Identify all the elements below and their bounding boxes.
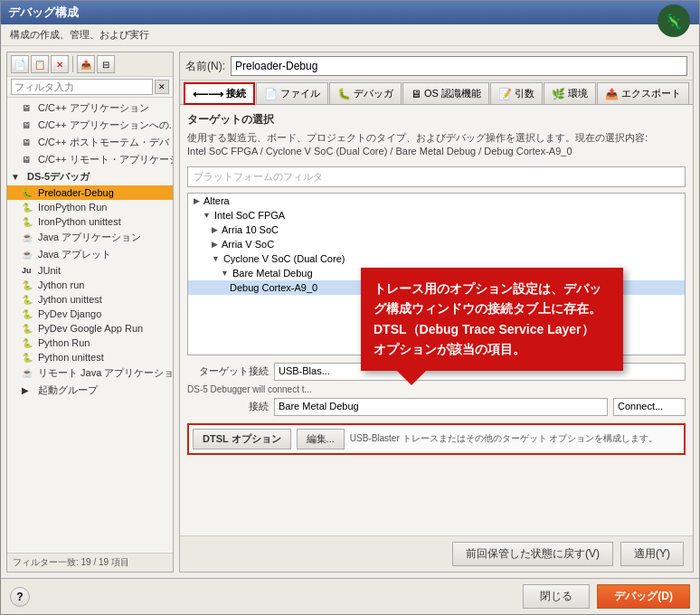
list-item[interactable]: Ju JUnit <box>7 263 173 278</box>
item-label: Python unittest <box>38 352 104 363</box>
target-item-arriav[interactable]: ▶ Arria V SoC <box>188 237 685 251</box>
list-item[interactable]: 🐍 Jython run <box>7 278 173 292</box>
export-button[interactable]: 📤 <box>77 55 95 73</box>
toolbar-divider <box>72 56 73 72</box>
connect-value: Connect... <box>613 398 686 416</box>
apply-button[interactable]: 適用(Y) <box>620 542 684 566</box>
delete-button[interactable]: ✕ <box>51 55 69 73</box>
app-icon: 🖥 <box>22 120 34 130</box>
title-bar: デバッグ構成 🦎 <box>1 1 699 24</box>
list-item[interactable]: ▶ 起動グループ <box>7 382 173 399</box>
app-icon: 🖥 <box>22 103 34 113</box>
app-icon: 🖥 <box>22 155 34 165</box>
list-item[interactable]: 🖥 C/C++ ポストモーテム・デバ <box>7 134 173 151</box>
target-label: Debug Cortex-A9_0 <box>230 282 317 293</box>
list-item[interactable]: 🖥 C/C++ アプリケーション <box>7 99 173 117</box>
tab-os[interactable]: 🖥 OS 認識機能 <box>402 82 489 104</box>
target-item-arria10[interactable]: ▶ Arria 10 SoC <box>188 222 685 237</box>
bare-metal-row: 接続 Bare Metal Debug Connect... <box>187 398 686 416</box>
tab-file[interactable]: 📄 ファイル <box>256 82 328 104</box>
left-panel: 📄 📋 ✕ 📤 ⊟ ✕ 🖥 C/C++ アプリケーション 🖥 C/C++ アプリ… <box>6 52 174 572</box>
list-item[interactable]: 🐍 Python Run <box>7 336 173 350</box>
target-label: Bare Metal Debug <box>232 268 313 279</box>
tab-connection[interactable]: ⟵⟶ 接続 <box>184 82 255 105</box>
platform-filter-input[interactable]: プラットフォームのフィルタ <box>187 166 686 187</box>
item-label: PyDev Django <box>38 308 101 319</box>
list-item[interactable]: 🐍 PyDev Django <box>7 307 173 321</box>
python-icon: 🐍 <box>22 217 34 227</box>
main-window: デバッグ構成 🦎 構成の作成、管理、および実行 📄 📋 ✕ 📤 ⊟ <box>0 0 700 615</box>
target-item-altera[interactable]: ▶ Altera <box>188 194 685 208</box>
close-button[interactable]: 閉じる <box>523 584 590 609</box>
info-text: DS-5 Debugger will connect t... <box>187 384 686 394</box>
item-label: PyDev Google App Run <box>38 323 143 334</box>
debugger-tab-icon: 🐛 <box>337 88 351 100</box>
list-item[interactable]: ☕ Java アプリケーション <box>7 229 173 246</box>
subtitle-bar: 構成の作成、管理、および実行 <box>1 24 699 46</box>
item-label: JUnit <box>38 265 61 276</box>
tooltip-arrow <box>397 371 426 385</box>
item-label: Java アプリケーション <box>38 231 141 244</box>
arrow-icon: ▶ <box>212 225 218 234</box>
tab-debugger[interactable]: 🐛 デバッガ <box>329 82 402 104</box>
target-item-cyclonev[interactable]: ▼ Cyclone V SoC (Dual Core) <box>188 251 685 266</box>
item-label: C/C++ アプリケーション <box>38 101 149 115</box>
target-label: Arria 10 SoC <box>222 224 279 235</box>
item-label: Java アプレット <box>38 248 111 261</box>
config-tree: 🖥 C/C++ アプリケーション 🖥 C/C++ アプリケーションへの... 🖥… <box>7 98 173 553</box>
tab-env[interactable]: 🌿 環境 <box>544 82 596 104</box>
filter-input[interactable] <box>11 79 153 95</box>
launch-icon: ▶ <box>22 385 34 395</box>
bottom-row: 前回保管した状態に戻す(V) 適用(Y) <box>180 535 693 572</box>
jython-icon: 🐍 <box>22 280 34 290</box>
list-item[interactable]: 🐍 Jython unittest <box>7 292 173 307</box>
pydev-icon: 🐍 <box>22 324 34 334</box>
list-item[interactable]: ☕ Java アプレット <box>7 246 173 263</box>
list-item[interactable]: 🐍 PyDev Google App Run <box>7 321 173 336</box>
target-label: Cyclone V SoC (Dual Core) <box>223 253 345 264</box>
list-item[interactable]: 🐍 IronPython unittest <box>7 214 173 229</box>
item-label: C/C++ アプリケーションへの... <box>38 118 173 132</box>
python-icon: 🐍 <box>22 203 34 213</box>
svg-text:🦎: 🦎 <box>665 13 683 30</box>
ds5-group-header[interactable]: ▼ DS-5デバッガ <box>7 168 173 185</box>
target-item-intel[interactable]: ▼ Intel SoC FPGA <box>188 208 685 222</box>
tab-args[interactable]: 📝 引数 <box>490 82 543 104</box>
arrow-icon: ▶ <box>194 196 200 205</box>
item-label: リモート Java アプリケーション... <box>38 366 173 380</box>
junit-icon: Ju <box>22 266 34 275</box>
tab-label: デバッガ <box>354 87 393 100</box>
revert-button[interactable]: 前回保管した状態に戻す(V) <box>452 542 613 566</box>
list-item[interactable]: ☕ リモート Java アプリケーション... <box>7 364 173 382</box>
tooltip-popup: トレース用のオプション設定は、デバッグ構成ウィンドウの接続タブ上に存在。DTSL… <box>361 268 623 371</box>
duplicate-button[interactable]: 📋 <box>31 55 49 73</box>
debug-button[interactable]: デバッグ(D) <box>597 584 690 609</box>
list-item[interactable]: 🐍 IronPython Run <box>7 200 173 214</box>
new-config-button[interactable]: 📄 <box>11 55 29 73</box>
python-icon: 🐍 <box>22 353 34 363</box>
tab-label: エクスポート <box>621 87 681 100</box>
preloader-debug-item[interactable]: 🐛 Preloader-Debug <box>7 185 173 200</box>
dtsl-edit-button[interactable]: 編集... <box>297 429 345 449</box>
list-item[interactable]: 🐍 Python unittest <box>7 350 173 364</box>
section-title: ターゲットの選択 <box>187 112 686 128</box>
tab-label: ファイル <box>280 87 320 100</box>
window-title: デバッグ構成 <box>8 5 79 21</box>
bare-value: Bare Metal Debug <box>274 398 608 416</box>
config-name-input[interactable] <box>231 56 687 76</box>
tab-label: 環境 <box>568 87 588 100</box>
debug-icon: 🐛 <box>22 188 34 198</box>
name-row: 名前(N): <box>180 52 693 80</box>
list-item[interactable]: 🖥 C/C++ リモート・アプリケーシ <box>7 151 173 168</box>
help-button[interactable]: ? <box>10 587 30 607</box>
tab-export[interactable]: 📤 エクスポート <box>597 82 689 104</box>
filter-clear-button[interactable]: ✕ <box>155 80 169 94</box>
item-label: IronPython Run <box>38 202 107 213</box>
dtsl-option-button[interactable]: DTSL オプション <box>193 429 291 449</box>
collapse-button[interactable]: ⊟ <box>97 55 115 73</box>
item-label: Python Run <box>38 337 90 348</box>
arrow-icon: ▼ <box>212 254 220 263</box>
file-tab-icon: 📄 <box>264 88 278 100</box>
tab-label: 引数 <box>515 87 534 100</box>
list-item[interactable]: 🖥 C/C++ アプリケーションへの... <box>7 117 173 134</box>
